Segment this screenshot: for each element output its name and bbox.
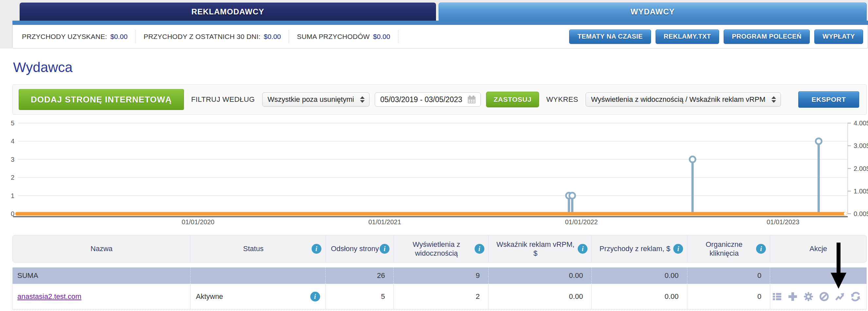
header-vrpm[interactable]: Wskaźnik reklam vRPM, $ i (488, 236, 592, 262)
stat-value: $0.00 (264, 33, 281, 40)
ads-txt-button[interactable]: REKLAMY.TXT (656, 29, 719, 44)
table-row: anastasia2.test.com Aktywne i 5 2 0.00 0… (12, 284, 867, 309)
add-website-button[interactable]: DODAJ STRONĘ INTERNETOWĄ (19, 89, 184, 110)
summary-status (190, 268, 325, 284)
left-background-strip (0, 21, 12, 49)
refresh-icon[interactable] (851, 292, 861, 302)
table-header-row: Nazwa Status i Odsłony strony i Wyświetl… (12, 235, 867, 262)
stat-total-revenue: SUMA PRZYCHODÓW $0.00 (297, 33, 390, 40)
site-viewable-impressions: 2 (394, 284, 488, 309)
statistics-icon[interactable] (835, 292, 845, 302)
calendar-icon[interactable] (467, 95, 476, 104)
stat-label: PRZYCHODY Z OSTATNICH 30 DNI: (144, 33, 260, 40)
svg-text:01/01/2023: 01/01/2023 (767, 218, 799, 225)
annotation-arrow-down (828, 241, 851, 291)
select-stepper-icon (360, 96, 365, 103)
info-icon[interactable]: i (312, 244, 321, 254)
summary-label: SUMA (13, 268, 190, 284)
svg-text:3: 3 (11, 156, 14, 163)
referral-program-button[interactable]: PROGRAM POLECEŃ (724, 29, 810, 44)
info-icon[interactable]: i (474, 244, 485, 254)
info-icon[interactable]: i (310, 292, 320, 302)
settings-icon[interactable] (804, 292, 813, 302)
stat-label: SUMA PRZYCHODÓW (297, 33, 370, 40)
summary-actions (770, 268, 866, 284)
site-page-views: 5 (326, 284, 394, 309)
toolbar: DODAJ STRONĘ INTERNETOWĄ FILTRUJ WEDŁUG … (12, 85, 867, 115)
info-icon[interactable]: i (673, 244, 683, 254)
header-viewable-impressions[interactable]: Wyświetlenia z widocznością i (394, 236, 488, 262)
stat-value: $0.00 (110, 33, 128, 40)
stat-label: PRZYCHODY UZYSKANE: (22, 33, 107, 40)
tab-advertisers[interactable]: REKLAMODAWCY (20, 3, 436, 21)
stats-panel: PRZYCHODY UZYSKANE: $0.00 PRZYCHODY Z OS… (12, 25, 868, 49)
filter-select[interactable]: Wszystkie poza usuniętymi (262, 92, 370, 107)
site-link[interactable]: anastasia2.test.com (17, 292, 82, 301)
header-page-views[interactable]: Odsłony strony i (326, 236, 394, 262)
header-organic-clicks[interactable]: Organiczne kliknięcia i (687, 236, 770, 262)
date-range-input[interactable]: 05/03/2019 - 03/05/2023 (375, 92, 481, 107)
sites-table: Nazwa Status i Odsłony strony i Wyświetl… (12, 235, 867, 309)
summary-row: SUMA 26 9 0.00 0.00 0 (12, 268, 867, 284)
summary-ad-revenue: 0.00 (591, 268, 687, 284)
stat-last-30-days: PRZYCHODY Z OSTATNICH 30 DNI: $0.00 (144, 33, 281, 40)
site-name-cell: anastasia2.test.com (13, 284, 190, 309)
tab-advertisers-label: REKLAMODAWCY (191, 7, 265, 17)
site-ad-revenue: 0.00 (591, 284, 687, 309)
header-status[interactable]: Status i (190, 236, 325, 262)
svg-text:1.00$: 1.00$ (854, 188, 868, 195)
active-tab-band (12, 21, 868, 25)
page-title: Wydawca (13, 60, 73, 75)
chart: 0123450.00$1.00$2.00$3.00$4.00$01/01/202… (0, 116, 868, 229)
site-status-cell: Aktywne i (190, 284, 325, 309)
svg-text:2.00$: 2.00$ (854, 165, 868, 172)
svg-text:4: 4 (11, 137, 14, 145)
chart-metric-select[interactable]: Wyświetlenia z widocznością / Wskaźnik r… (586, 92, 781, 107)
publisher-dashboard: REKLAMODAWCY WYDAWCY PRZYCHODY UZYSKANE:… (0, 0, 868, 311)
svg-text:01/01/2022: 01/01/2022 (565, 218, 598, 225)
chart-svg: 0123450.00$1.00$2.00$3.00$4.00$01/01/202… (0, 116, 868, 229)
top-buttons: TEMATY NA CZASIE REKLAMY.TXT PROGRAM POL… (569, 29, 863, 44)
site-vrpm: 0.00 (488, 284, 592, 309)
select-stepper-icon (771, 96, 776, 103)
header-ad-revenue[interactable]: Przychody z reklam, $ i (591, 236, 687, 262)
divider (289, 30, 289, 43)
svg-text:1: 1 (11, 192, 14, 199)
tab-publishers[interactable]: WYDAWCY (439, 3, 867, 21)
tab-publishers-label: WYDAWCY (631, 7, 675, 17)
site-organic-clicks: 0 (687, 284, 770, 309)
info-icon[interactable]: i (756, 244, 766, 254)
svg-text:5: 5 (11, 120, 14, 127)
chart-label: WYKRES (546, 95, 578, 104)
divider (135, 30, 136, 43)
chart-metric-value: Wyświetlenia z widocznością / Wskaźnik r… (591, 95, 766, 104)
summary-viewable-impressions: 9 (394, 268, 488, 284)
block-icon[interactable] (819, 292, 829, 302)
header-name[interactable]: Nazwa (13, 236, 190, 262)
stat-value: $0.00 (373, 33, 391, 40)
svg-text:0.00$: 0.00$ (854, 210, 868, 217)
svg-text:2: 2 (11, 174, 14, 181)
header-actions: Akcje (770, 236, 866, 262)
add-icon[interactable] (788, 292, 798, 302)
summary-vrpm: 0.00 (488, 268, 592, 284)
summary-page-views: 26 (326, 268, 394, 284)
info-icon[interactable]: i (380, 244, 390, 254)
export-button[interactable]: EKSPORT (798, 91, 859, 108)
stat-earned-revenue: PRZYCHODY UZYSKANE: $0.00 (22, 33, 128, 40)
svg-text:3.00$: 3.00$ (854, 142, 868, 149)
svg-text:01/01/2021: 01/01/2021 (368, 218, 401, 225)
divider (398, 30, 398, 43)
payouts-button[interactable]: WYPŁATY (814, 29, 863, 44)
filter-by-label: FILTRUJ WEDŁUG (191, 95, 255, 104)
date-range-value: 05/03/2019 - 03/05/2023 (380, 95, 463, 104)
apply-button[interactable]: ZASTOSUJ (486, 92, 539, 107)
info-icon[interactable]: i (578, 244, 588, 254)
summary-organic-clicks: 0 (687, 268, 770, 284)
trending-topics-button[interactable]: TEMATY NA CZASIE (569, 29, 651, 44)
filter-select-value: Wszystkie poza usuniętymi (268, 95, 354, 104)
svg-text:4.00$: 4.00$ (854, 120, 868, 127)
list-icon[interactable] (772, 292, 782, 302)
site-actions-cell (770, 284, 866, 309)
svg-text:01/01/2020: 01/01/2020 (182, 218, 214, 225)
